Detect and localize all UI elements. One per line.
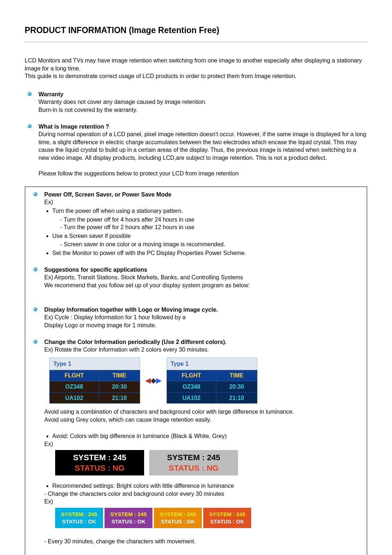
- sugg-heading: Suggestions for specific applications: [44, 267, 147, 273]
- avoid-list: Avoid: Colors with big difference in lum…: [44, 432, 362, 440]
- list-item: Turn the power off when using a stationa…: [52, 207, 362, 231]
- color-tile: SYSTEM : 245STATUS : OK: [203, 508, 251, 528]
- list-item: Recommended settings: Bright colors with…: [52, 482, 362, 490]
- sugg-text-1: Ex) Airports, Transit Stations, Stock Ma…: [44, 274, 243, 280]
- power-section: Power Off, Screen Saver, or Power Save M…: [30, 191, 362, 257]
- cell: UA102: [167, 392, 216, 404]
- disp-text-2: Display Logo or moving image for 1 minut…: [44, 322, 156, 328]
- bullet-icon: [28, 92, 32, 96]
- change-text: Ex) Rotate the Color Information with 2 …: [44, 347, 209, 353]
- tile-line-2: STATUS : OK: [210, 518, 244, 525]
- bullet-icon: [33, 192, 37, 196]
- tile-line-1: SYSTEM : 245: [61, 511, 97, 518]
- avoid-text-2: Avoid using Grey colors, which can cause…: [44, 417, 211, 423]
- list-text: Use a Screen saver if possible: [52, 233, 131, 239]
- warranty-section: Warranty Warranty does not cover any dam…: [25, 90, 367, 114]
- tile-line-1: SYSTEM : 245: [73, 452, 126, 463]
- color-tiles: SYSTEM : 245STATUS : OK SYSTEM : 245STAT…: [55, 508, 362, 528]
- warranty-heading: Warranty: [38, 91, 64, 97]
- power-sublist: Screen saver in one color or a moving im…: [52, 240, 362, 248]
- list-item: Screen saver in one color or a moving im…: [60, 240, 362, 248]
- bullet-icon: [28, 124, 32, 128]
- suggestions-section: Suggestions for specific applications Ex…: [30, 266, 362, 289]
- cell: 20:30: [99, 381, 140, 393]
- tile-line-2: STATUS : OK: [111, 518, 146, 525]
- what-follow: Please follow the suggestions below to p…: [38, 170, 238, 177]
- swap-arrows-icon: ◀◆▶: [145, 376, 162, 385]
- tile-line-1: SYSTEM : 245: [167, 452, 220, 463]
- power-heading: Power Off, Screen Saver, or Power Save M…: [44, 191, 171, 198]
- title-rule: [25, 42, 367, 42]
- tile-line-1: SYSTEM : 245: [209, 511, 245, 518]
- change-color-section: Change the Color Information periodicall…: [30, 338, 362, 546]
- flight-table-1: Type 1 FLGHTTIME OZ34820:30 UA10221:10: [49, 357, 140, 404]
- avoid-ex: Ex): [44, 441, 53, 447]
- system-tile-grey: SYSTEM : 245 STATUS : NG: [149, 450, 238, 475]
- cell: 21:10: [216, 392, 257, 404]
- what-heading: What is Image retention ?: [38, 123, 109, 130]
- what-is-section: What is Image retention ? During normal …: [25, 123, 367, 178]
- intro-line-1: LCD Monitors and TVs may have image rete…: [25, 57, 362, 72]
- bullet-icon: [33, 267, 37, 271]
- color-tile: SYSTEM : 245STATUS : OK: [105, 508, 152, 528]
- bullet-icon: [33, 340, 37, 344]
- power-list: Turn the power off when using a stationa…: [44, 207, 362, 257]
- col-flight: FLGHT: [50, 370, 99, 381]
- what-text: During normal operation of a LCD panel, …: [38, 131, 366, 161]
- flight-tables: Type 1 FLGHTTIME OZ34820:30 UA10221:10 ◀…: [49, 357, 362, 404]
- list-item: Use a Screen saver if possible Screen sa…: [52, 232, 362, 248]
- tile-line-2: STATUS : OK: [62, 518, 96, 525]
- list-text: Turn the power off when using a stationa…: [52, 208, 183, 214]
- list-item: Avoid: Colors with big difference in lum…: [52, 432, 362, 440]
- avoid-text-1: Avoid using a combination of characters …: [44, 409, 294, 415]
- col-time: TIME: [216, 370, 257, 381]
- cell: UA102: [50, 392, 99, 404]
- flight-table-2: Type 1 FLGHTTIME OZ34820:30 UA10221:10: [167, 357, 257, 404]
- flight-title: Type 1: [167, 357, 257, 370]
- color-tile: SYSTEM : 245STATUS : OK: [55, 508, 103, 528]
- disp-heading: Display Information together with Logo o…: [44, 307, 218, 313]
- intro-text: LCD Monitors and TVs may have image rete…: [25, 57, 367, 80]
- flight-title: Type 1: [50, 357, 140, 370]
- list-item: Set the Monitor to power off with the PC…: [52, 249, 362, 257]
- color-tile: SYSTEM : 245STATUS : OK: [154, 508, 202, 528]
- power-sublist: Turn the power off for 4 hours after 24 …: [52, 216, 362, 231]
- col-flight: FLGHT: [167, 370, 216, 381]
- last-line: - Every 30 minutes, change the character…: [44, 538, 196, 544]
- page-title: PRODUCT INFORMATION (Image Retention Fre…: [25, 25, 367, 36]
- document-page: PRODUCT INFORMATION (Image Retention Fre…: [0, 0, 392, 555]
- tile-line-2: STATUS : OK: [161, 518, 195, 525]
- list-item: Turn the power off for 4 hours after 24 …: [60, 216, 362, 224]
- system-tiles: SYSTEM : 245 STATUS : NG SYSTEM : 245 ST…: [55, 450, 362, 475]
- cell: 20:30: [216, 381, 257, 393]
- cell: OZ348: [167, 381, 216, 393]
- rec-ex: Ex): [44, 498, 53, 505]
- col-time: TIME: [99, 370, 140, 381]
- intro-line-2: This guide is to demonstrate correct usa…: [25, 73, 297, 79]
- tile-line-2: STATUS : NG: [169, 463, 219, 474]
- recommended-list: Recommended settings: Bright colors with…: [44, 482, 362, 490]
- list-item: Turn the power off for 2 hours after 12 …: [60, 223, 362, 231]
- power-ex: Ex): [44, 199, 53, 205]
- rec-dash: - Change the characters color and backgr…: [44, 491, 224, 497]
- suggestions-box: Power Off, Screen Saver, or Power Save M…: [25, 186, 367, 555]
- change-heading: Change the Color Information periodicall…: [44, 339, 226, 345]
- tile-line-1: SYSTEM : 245: [110, 511, 147, 518]
- tile-line-1: SYSTEM : 245: [160, 511, 196, 518]
- warranty-text-1: Warranty does not cover any damage cause…: [38, 99, 207, 105]
- cell: OZ348: [50, 381, 99, 393]
- system-tile-black: SYSTEM : 245 STATUS : NG: [55, 450, 144, 475]
- tile-line-2: STATUS : NG: [75, 463, 124, 474]
- bullet-icon: [33, 307, 37, 311]
- disp-text-1: Ex) Cycle : Display Information for 1 ho…: [44, 314, 186, 320]
- warranty-text-2: Burn-in is not covered by the warranty.: [38, 107, 138, 113]
- display-section: Display Information together with Logo o…: [30, 306, 362, 329]
- sugg-text-2: We recommend that you follow set up of y…: [44, 282, 250, 288]
- cell: 21:10: [99, 392, 140, 404]
